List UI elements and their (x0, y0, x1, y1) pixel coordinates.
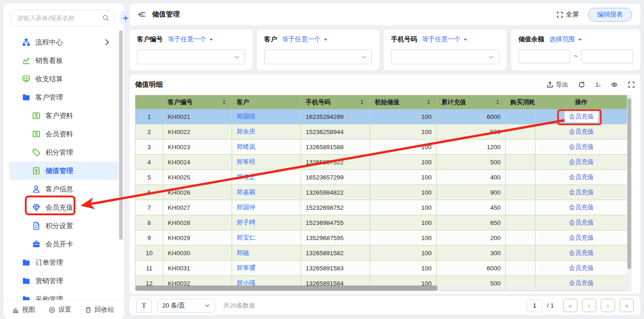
table-row[interactable]: 5KH0025郑佳之16523657299100400会员充值 (136, 170, 627, 185)
range-max-input[interactable] (581, 50, 633, 63)
table-row[interactable]: 1KH0021郑国强162352942991006000会员充值 (136, 109, 627, 124)
sidebar-item-points-settings[interactable]: 积分设置 (9, 217, 119, 235)
customer-link[interactable]: 郑佳之 (237, 173, 256, 180)
member-recharge-action-button[interactable]: 会员充值 (569, 204, 594, 211)
caret-down-icon (577, 37, 582, 42)
sidebar-item-member-recharge[interactable]: 会员充值 (9, 198, 119, 217)
table-row[interactable]: 4KH0024郑筝经13265897522100500会员充值 (136, 155, 627, 170)
member-recharge-action-button[interactable]: 会员充值 (569, 173, 594, 180)
member-recharge-action-button[interactable]: 会员充值 (569, 143, 594, 150)
sidebar-item-customer-mgmt[interactable]: 客户管理 (9, 88, 119, 106)
table-row[interactable]: 7KH0027郑国仲15232698752100450会员充值 (136, 200, 627, 215)
customer-link[interactable]: 郑国强 (237, 113, 256, 120)
filter-operator-dropdown[interactable]: 等于任意一个 (168, 35, 214, 44)
edit-report-button[interactable]: 编辑报表 (588, 8, 632, 22)
customer-link[interactable]: 郑嘉颖 (237, 189, 256, 196)
table-cell: 100 (370, 124, 437, 140)
table-cell: KH0026 (163, 185, 232, 200)
table-row[interactable]: 6KH0026郑嘉颖13265984822100900会员充值 (136, 185, 627, 200)
person-icon (32, 185, 40, 193)
sidebar-item-income-settlement[interactable]: 收支结算 (9, 70, 119, 88)
fullscreen-button[interactable]: 全屏 (557, 11, 579, 19)
row-height-button[interactable] (136, 299, 152, 313)
member-recharge-action-button[interactable]: 会员充值 (569, 128, 594, 135)
table-row[interactable]: 8KH0028郑子聘15236984755100650会员充值 (136, 215, 627, 230)
filter-value-select[interactable] (391, 50, 499, 64)
page-number-input[interactable] (527, 299, 542, 312)
last-page-button[interactable]: » (620, 299, 634, 312)
member-recharge-action-button[interactable]: 会员充值 (569, 219, 594, 226)
member-recharge-action-button[interactable]: 会员充值 (569, 234, 594, 241)
horizontal-scrollbar-thumb[interactable] (135, 285, 438, 291)
member-recharge-action-button[interactable]: 会员充值 (569, 249, 594, 256)
page-size-select[interactable]: 20 条/页 (157, 299, 215, 313)
table-cell: 650 (437, 215, 506, 230)
filter-operator-dropdown[interactable]: 等于任意一个 (282, 35, 328, 44)
customer-link[interactable]: 郑宝仁 (237, 234, 256, 241)
filter-operator-dropdown[interactable]: 等于任意一个 (422, 35, 468, 44)
sidebar-item-points-mgmt[interactable]: 积分管理 (9, 143, 119, 162)
sort-button[interactable]: 1↓ (595, 81, 601, 88)
customer-link[interactable]: 郑筝骥 (237, 264, 256, 271)
table-row[interactable]: 3KH0023郑绪岚132658915881001200会员充值 (136, 140, 627, 155)
member-recharge-action-button[interactable]: 会员充值 (569, 264, 594, 271)
customer-link[interactable]: 郑绪岚 (237, 143, 256, 150)
customer-link[interactable]: 郑余庆 (237, 128, 256, 135)
filter-head: 客户编号等于任意一个 (137, 35, 245, 44)
sidebar-item-sales-board[interactable]: 销售看板 (9, 51, 119, 70)
table-row[interactable]: 10KH0030郑融13265891582100300会员充值 (136, 246, 627, 261)
filter-value-select[interactable] (264, 50, 372, 64)
table-row[interactable]: 11KH0031郑筝骥132658915831006000会员充值 (136, 261, 627, 276)
filter-value-select[interactable] (137, 50, 245, 64)
sidebar-footer-settings[interactable]: 设置 (48, 306, 71, 314)
prev-page-button[interactable]: ‹ (582, 299, 596, 312)
refresh-button[interactable] (578, 81, 585, 88)
next-page-button[interactable]: › (601, 299, 615, 312)
first-page-button[interactable]: « (563, 299, 577, 312)
customer-link[interactable]: 郑融 (237, 249, 249, 256)
table-row[interactable]: 9KH0029郑宝仁13529687595100200会员充值 (136, 230, 627, 246)
sidebar-scrollbar[interactable] (119, 30, 123, 240)
sidebar-item-order-mgmt[interactable]: 订单管理 (9, 253, 119, 272)
sidebar-item-customer-profile[interactable]: 客户资料 (9, 106, 119, 125)
table-cell: 10 (136, 246, 163, 261)
member-recharge-action-button[interactable]: 会员充值 (564, 111, 598, 123)
sidebar-item-label: 会员资料 (46, 130, 73, 139)
customer-link[interactable]: 郑筝经 (237, 158, 256, 165)
sidebar-item-stored-value-mgmt[interactable]: 储值管理 (9, 162, 119, 180)
sidebar-footer-views[interactable]: 视图 (12, 306, 35, 314)
column-header-total[interactable]: 累计充值 (437, 95, 506, 109)
search-input[interactable] (16, 14, 99, 22)
member-recharge-action-button[interactable]: 会员充值 (569, 189, 594, 196)
sidebar-item-marketing-mgmt[interactable]: 营销管理 (9, 272, 119, 290)
sidebar-item-member-card[interactable]: 会员开卡 (9, 235, 119, 253)
table-fullscreen-button[interactable] (628, 81, 635, 88)
filter-head: 储值余额选择范围 (519, 35, 633, 44)
vertical-scrollbar-thumb[interactable] (627, 98, 631, 269)
range-separator: ~ (574, 52, 578, 61)
chevron-down-icon (205, 303, 210, 308)
filter-operator-dropdown[interactable]: 选择范围 (549, 35, 582, 44)
column-header-index (136, 95, 163, 109)
vertical-scrollbar[interactable] (627, 95, 632, 291)
horizontal-scrollbar[interactable] (135, 285, 627, 291)
table-cell: 200 (437, 230, 506, 246)
column-header-phone[interactable]: 手机号码 (301, 95, 370, 109)
customer-link[interactable]: 郑国仲 (237, 204, 256, 211)
collapse-left-icon[interactable] (138, 11, 146, 18)
table-row[interactable]: 2KH0022郑余庆15236258944100500会员充值 (136, 124, 627, 140)
member-recharge-action-button[interactable]: 会员充值 (569, 158, 594, 165)
column-header-customer-no[interactable]: 客户编号 (163, 95, 232, 109)
sidebar-item-member-profile[interactable]: 会员资料 (9, 125, 119, 143)
sidebar-footer-recycle-bin[interactable]: 回收站 (85, 306, 114, 314)
table-cell: 15236258944 (301, 124, 370, 140)
table-cell: 100 (370, 215, 437, 230)
sidebar-item-customer-info[interactable]: 客户信息 (9, 180, 119, 198)
column-header-initial[interactable]: 初始储值 (370, 95, 437, 109)
export-button[interactable]: 导出 (547, 81, 568, 89)
customer-link[interactable]: 郑子聘 (237, 219, 256, 226)
column-visibility-button[interactable] (611, 81, 618, 88)
sidebar-search-box[interactable] (10, 10, 115, 26)
sidebar-item-process-center[interactable]: 流程中心 (9, 33, 119, 51)
range-min-input[interactable] (519, 50, 570, 63)
